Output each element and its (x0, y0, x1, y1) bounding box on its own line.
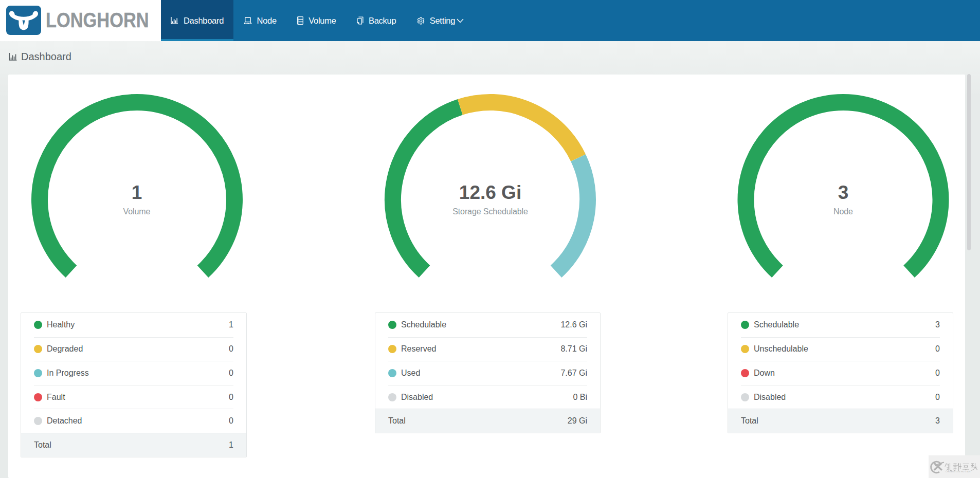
svg-text:CHUANG XIN HU LIAN: CHUANG XIN HU LIAN (946, 470, 970, 473)
